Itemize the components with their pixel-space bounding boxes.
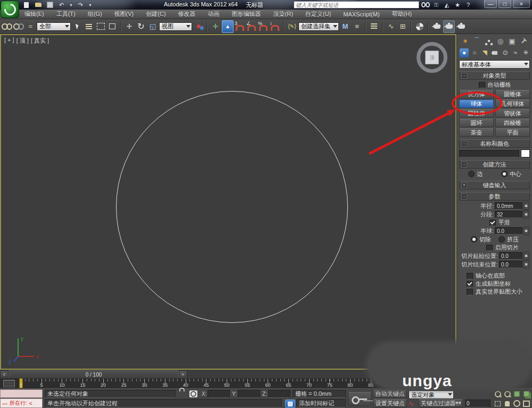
reference-coordinate-dropdown[interactable]: 视图 — [159, 22, 192, 31]
go-to-start-button[interactable]: ◀◀ — [455, 401, 461, 405]
y-coord-input[interactable] — [238, 390, 260, 398]
unlink-selection-button[interactable] — [13, 21, 24, 32]
generate-mapping-coords-checkbox[interactable] — [467, 281, 473, 287]
rollout-keyboard-entry[interactable]: +键盘输入 — [459, 181, 530, 189]
radius-input[interactable] — [495, 202, 522, 210]
zoom-extents-all-button[interactable] — [522, 389, 531, 398]
subtab-shapes[interactable]: ○ — [470, 48, 479, 57]
auto-key-button[interactable]: 自动关键点 — [373, 390, 407, 398]
absolute-mode-toggle-button[interactable] — [189, 390, 197, 397]
layer-manager-button[interactable] — [369, 21, 379, 32]
zoom-button[interactable] — [493, 389, 502, 398]
subtab-geometry[interactable]: ● — [460, 48, 469, 57]
rectangular-selection-region-button[interactable] — [95, 21, 106, 32]
application-menu-button[interactable] — [1, 1, 19, 18]
menu-item-customize[interactable]: 自定义(U) — [305, 10, 331, 18]
render-setup-button[interactable] — [431, 21, 442, 32]
rollout-object-type[interactable]: -对象类型 — [459, 71, 530, 80]
primitive-category-dropdown[interactable]: 标准基本体 — [459, 60, 530, 69]
object-color-swatch[interactable] — [521, 149, 530, 157]
set-key-button[interactable]: 设置关键点 — [373, 399, 407, 407]
menu-item-views[interactable]: 视图(V) — [114, 10, 134, 18]
slice-from-input[interactable] — [499, 252, 522, 260]
rollout-name-color[interactable]: -名称和颜色 — [459, 139, 530, 148]
pan-button[interactable] — [503, 399, 512, 408]
minimize-button[interactable]: — — [484, 0, 497, 8]
object-type-geosphere-button[interactable]: 几何球体 — [495, 99, 530, 108]
subtab-systems[interactable]: ✳ — [521, 48, 530, 57]
render-production-button[interactable] — [456, 21, 467, 32]
help-button[interactable]: ? — [464, 2, 472, 9]
subtab-cameras[interactable] — [491, 48, 500, 57]
rendered-frame-window-button[interactable] — [443, 20, 455, 33]
viewport-general-menu[interactable]: [ + ] — [4, 37, 14, 45]
tab-display[interactable]: ▣ — [507, 36, 517, 46]
segments-spinner[interactable] — [523, 210, 529, 219]
undo-button[interactable]: ↶ — [57, 2, 65, 9]
maximize-button[interactable]: □ — [498, 0, 511, 8]
realworld-map-size-checkbox[interactable] — [467, 289, 473, 295]
orbit-button[interactable] — [512, 399, 521, 408]
segments-input[interactable] — [495, 211, 522, 218]
communication-center-button[interactable]: ◭ — [443, 2, 451, 9]
zoom-all-button[interactable] — [503, 389, 512, 398]
menu-item-create[interactable]: 创建(C) — [146, 10, 165, 18]
radius-spinner[interactable] — [523, 202, 529, 210]
autogrid-checkbox[interactable] — [479, 82, 485, 88]
percent-snap-button[interactable]: % — [258, 21, 269, 32]
menu-item-edit[interactable]: 编辑(E) — [24, 10, 44, 18]
mirror-button[interactable]: M — [340, 21, 351, 32]
menu-item-group[interactable]: 组(G) — [88, 10, 102, 18]
object-type-sphere-button[interactable]: 球体 — [459, 99, 494, 108]
rollout-parameters[interactable]: -参数 — [459, 192, 530, 201]
undo-dropdown-arrow[interactable]: ▾ — [69, 2, 73, 9]
zoom-extents-button[interactable] — [512, 389, 521, 398]
menu-item-tools[interactable]: 工具(T) — [56, 10, 76, 18]
favorites-star-button[interactable]: ★ — [453, 2, 462, 9]
object-type-teapot-button[interactable]: 茶壶 — [459, 128, 494, 137]
squash-radio[interactable]: 挤压 — [498, 236, 519, 244]
select-and-manipulate-button[interactable]: ✛ — [210, 21, 221, 32]
maxscript-mini-listener[interactable]: —所在行:< — [0, 398, 43, 408]
bind-to-spacewarp-button[interactable]: ≈ — [25, 21, 36, 32]
slice-from-spinner[interactable] — [523, 252, 529, 260]
z-coord-input[interactable] — [268, 390, 290, 398]
viewport-shading-menu[interactable]: [ 真实 ] — [31, 37, 49, 45]
key-tangent-curve-icon[interactable]: ∿ — [409, 400, 414, 407]
viewport-pov-menu[interactable]: [ 顶 ] — [16, 37, 29, 45]
angle-snap-button[interactable]: ∠ — [246, 21, 257, 32]
hemisphere-spinner[interactable] — [523, 227, 529, 235]
zoom-region-button[interactable] — [493, 399, 502, 408]
menu-item-maxscript[interactable]: MAXScript(M) — [343, 11, 379, 18]
close-button[interactable]: × — [513, 0, 530, 8]
add-time-tag-button[interactable]: 添加时间标记 — [296, 399, 346, 407]
window-crossing-toggle-button[interactable] — [107, 21, 118, 32]
time-slider-handle[interactable]: 0 / 100 — [9, 370, 179, 379]
new-file-button[interactable] — [22, 2, 30, 9]
tab-utilities[interactable]: T — [517, 34, 530, 48]
menu-item-animation[interactable]: 动画 — [208, 10, 220, 18]
object-type-pyramid-button[interactable]: 四棱锥 — [495, 119, 530, 127]
align-button[interactable]: ≡ — [352, 21, 362, 32]
menu-item-rendering[interactable]: 渲染(R) — [273, 10, 293, 18]
menu-item-modifiers[interactable]: 修改器 — [178, 10, 196, 18]
object-type-cylinder-button[interactable]: 圆柱体 — [459, 109, 494, 118]
menu-item-graph-editors[interactable]: 图形编辑器 — [232, 10, 261, 18]
named-selection-set-dropdown[interactable]: 创建选择集 — [298, 22, 339, 31]
tab-motion[interactable]: ◎ — [495, 36, 505, 46]
object-type-tube-button[interactable]: 管状体 — [495, 109, 530, 118]
hemisphere-input[interactable] — [495, 227, 522, 235]
spinner-snap-button[interactable]: ↕ — [270, 21, 280, 32]
chop-radio[interactable]: 切除 — [471, 236, 491, 244]
smooth-checkbox[interactable] — [489, 220, 496, 226]
select-by-name-button[interactable] — [84, 21, 94, 32]
subtab-helpers[interactable]: ⊙ — [501, 48, 510, 57]
select-and-scale-button[interactable]: ◱ — [147, 21, 158, 32]
autokey-selection-dropdown[interactable]: 选定对象 — [409, 390, 454, 399]
subtab-spacewarps[interactable]: ≈ — [511, 48, 520, 57]
enable-slice-checkbox[interactable] — [486, 245, 493, 251]
current-frame-input[interactable] — [465, 399, 491, 407]
subscription-center-button[interactable]: ⚿ — [432, 2, 440, 9]
object-name-input[interactable] — [459, 150, 519, 157]
tab-modify[interactable]: ⌒ — [472, 36, 482, 46]
